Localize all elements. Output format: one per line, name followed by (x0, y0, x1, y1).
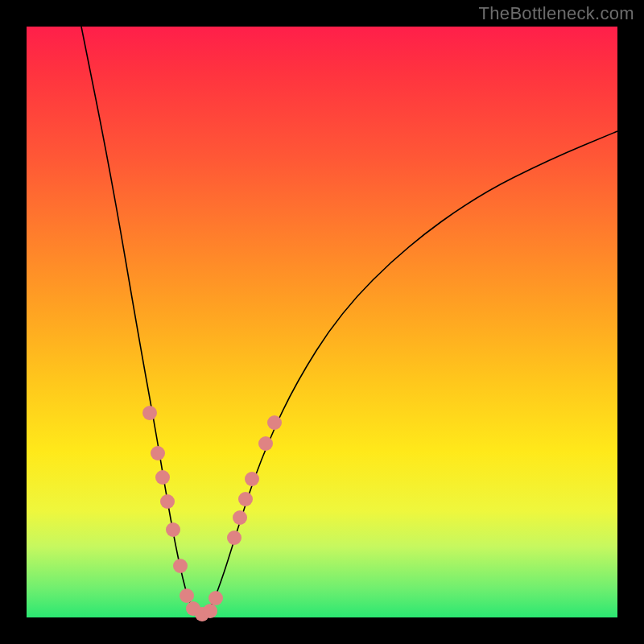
left-limb-curve (81, 27, 204, 617)
data-marker (155, 470, 170, 485)
data-marker (173, 559, 188, 573)
data-marker (258, 436, 273, 451)
data-marker (166, 522, 180, 537)
right-limb-curve (204, 131, 617, 617)
data-marker (238, 492, 253, 506)
chart-frame: TheBottleneck.com (0, 0, 644, 644)
data-marker (203, 604, 217, 618)
data-marker (160, 494, 175, 509)
data-marker (151, 446, 165, 460)
data-marker (142, 406, 157, 420)
marker-group (142, 406, 282, 621)
watermark-label: TheBottleneck.com (479, 3, 634, 24)
data-marker (208, 591, 223, 605)
data-marker (233, 510, 247, 525)
data-marker (180, 588, 194, 603)
data-marker (227, 530, 242, 545)
curve-svg (27, 27, 617, 617)
data-marker (245, 472, 259, 486)
plot-area (27, 27, 617, 617)
data-marker (267, 415, 282, 430)
